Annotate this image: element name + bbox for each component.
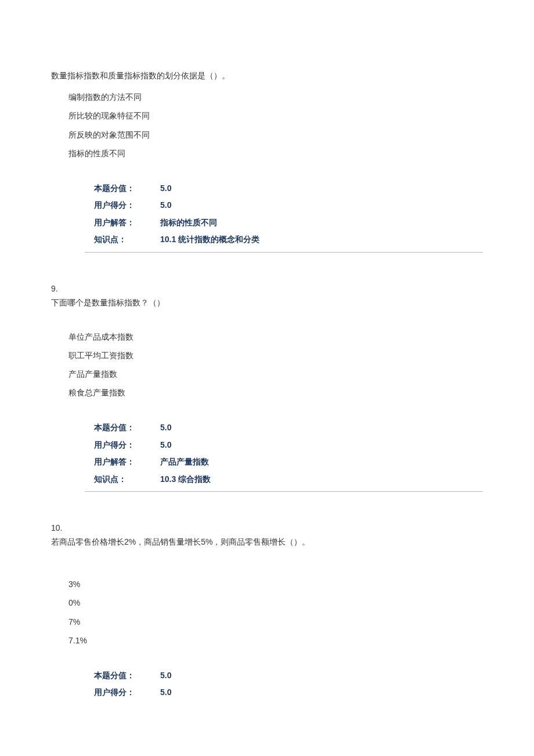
knowledge-point-value: 10.3 综合指数 <box>152 471 211 488</box>
option-item: 编制指数的方法不同 <box>68 88 483 106</box>
score-label: 本题分值： <box>94 419 152 436</box>
question-block: 9. 下面哪个是数量指标指数？（） 单位产品成本指数 职工平均工资指数 产品产量… <box>51 284 483 492</box>
option-item: 7.1% <box>68 631 483 650</box>
page-container: 数量指标指数和质量指标指数的划分依据是（）。 编制指数的方法不同 所比较的现象特… <box>0 0 534 756</box>
score-row: 本题分值： 5.0 <box>94 419 483 436</box>
question-stem: 下面哪个是数量指标指数？（） <box>51 296 483 310</box>
divider <box>85 252 483 253</box>
user-score-label: 用户得分： <box>94 684 152 701</box>
option-item: 粮食总产量指数 <box>68 383 483 402</box>
option-item: 产品产量指数 <box>68 365 483 383</box>
option-item: 所比较的现象特征不同 <box>68 106 483 125</box>
knowledge-point-value: 10.1 统计指数的概念和分类 <box>152 231 259 248</box>
divider <box>85 491 483 492</box>
option-item: 所反映的对象范围不同 <box>68 125 483 144</box>
option-item: 3% <box>68 575 483 593</box>
user-score-value: 5.0 <box>152 437 171 453</box>
option-item: 单位产品成本指数 <box>68 327 483 346</box>
user-score-label: 用户得分： <box>94 197 152 214</box>
info-table: 本题分值： 5.0 用户得分： 5.0 <box>94 667 483 701</box>
user-answer-label: 用户解答： <box>94 214 152 231</box>
score-row: 本题分值： 5.0 <box>94 667 483 684</box>
knowledge-point-row: 知识点： 10.3 综合指数 <box>94 471 483 488</box>
options-list: 单位产品成本指数 职工平均工资指数 产品产量指数 粮食总产量指数 <box>51 327 483 402</box>
question-number: 10. <box>51 523 483 532</box>
question-block: 10. 若商品零售价格增长2%，商品销售量增长5%，则商品零售额增长（）。 3%… <box>51 523 483 701</box>
score-label: 本题分值： <box>94 180 152 197</box>
options-list: 3% 0% 7% 7.1% <box>51 575 483 650</box>
knowledge-point-row: 知识点： 10.1 统计指数的概念和分类 <box>94 231 483 248</box>
user-answer-row: 用户解答： 产品产量指数 <box>94 453 483 470</box>
question-stem: 数量指标指数和质量指标指数的划分依据是（）。 <box>51 69 483 83</box>
score-value: 5.0 <box>152 667 171 684</box>
user-score-label: 用户得分： <box>94 437 152 453</box>
score-label: 本题分值： <box>94 667 152 684</box>
options-list: 编制指数的方法不同 所比较的现象特征不同 所反映的对象范围不同 指标的性质不同 <box>51 88 483 163</box>
question-number: 9. <box>51 284 483 293</box>
user-answer-row: 用户解答： 指标的性质不同 <box>94 214 483 231</box>
user-score-row: 用户得分： 5.0 <box>94 197 483 214</box>
user-score-value: 5.0 <box>152 197 171 214</box>
option-item: 7% <box>68 613 483 631</box>
option-item: 0% <box>68 593 483 612</box>
user-answer-label: 用户解答： <box>94 453 152 470</box>
user-score-row: 用户得分： 5.0 <box>94 437 483 453</box>
user-answer-value: 指标的性质不同 <box>152 214 217 231</box>
info-table: 本题分值： 5.0 用户得分： 5.0 用户解答： 指标的性质不同 知识点： 1… <box>94 180 483 249</box>
option-item: 职工平均工资指数 <box>68 346 483 365</box>
info-table: 本题分值： 5.0 用户得分： 5.0 用户解答： 产品产量指数 知识点： 10… <box>94 419 483 488</box>
user-answer-value: 产品产量指数 <box>152 453 209 470</box>
knowledge-point-label: 知识点： <box>94 471 152 488</box>
score-value: 5.0 <box>152 180 171 197</box>
user-score-value: 5.0 <box>152 684 171 701</box>
score-row: 本题分值： 5.0 <box>94 180 483 197</box>
option-item: 指标的性质不同 <box>68 144 483 163</box>
question-stem: 若商品零售价格增长2%，商品销售量增长5%，则商品零售额增长（）。 <box>51 535 483 549</box>
question-block: 数量指标指数和质量指标指数的划分依据是（）。 编制指数的方法不同 所比较的现象特… <box>51 69 483 253</box>
knowledge-point-label: 知识点： <box>94 231 152 248</box>
user-score-row: 用户得分： 5.0 <box>94 684 483 701</box>
score-value: 5.0 <box>152 419 171 436</box>
